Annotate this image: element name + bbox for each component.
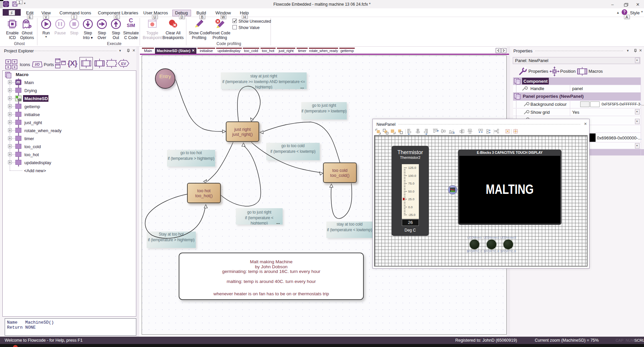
svg-text:I/O: I/O — [35, 62, 39, 66]
svg-text:-25.0: -25.0 — [408, 213, 416, 217]
svg-text:25.0: 25.0 — [408, 197, 415, 201]
svg-text:EV: EV — [121, 62, 126, 66]
svg-text:100.0: 100.0 — [408, 174, 416, 178]
svg-text:75.0: 75.0 — [408, 182, 415, 185]
svg-text:0.0: 0.0 — [408, 205, 413, 209]
svg-text:125.0: 125.0 — [408, 166, 416, 169]
svg-text:50.0: 50.0 — [408, 190, 415, 193]
